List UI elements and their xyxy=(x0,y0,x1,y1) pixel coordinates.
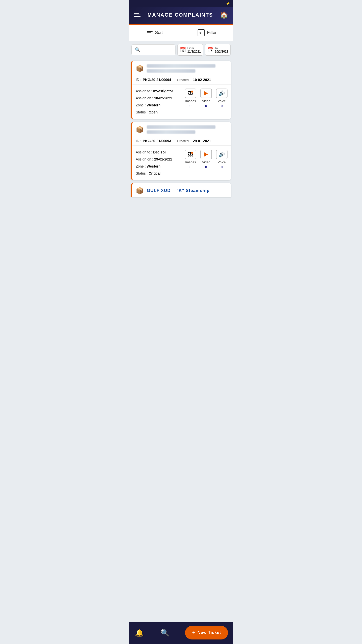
card-1-status: Status : Open xyxy=(136,109,173,116)
sort-icon xyxy=(147,31,153,34)
card-1-video-count: 0 xyxy=(205,104,207,108)
play-icon-2 xyxy=(204,152,208,156)
complaint-card-2[interactable]: 📦 ID : PKG/20-21/00093 | Created... 29-0… xyxy=(131,122,231,180)
card-2-video[interactable]: Video 0 xyxy=(200,150,212,169)
cards-scroll-area: 📦 ID : PKG/20-21/00094 | Created... 10-0… xyxy=(129,59,233,219)
card-1-video-label: Video xyxy=(202,99,210,103)
to-label: To xyxy=(215,46,228,50)
card-1-title-block xyxy=(147,64,228,74)
card-3-partial-header: 📦 GULF XUD "K" Steamship xyxy=(132,183,231,197)
card-1-video[interactable]: Video 0 xyxy=(200,89,212,108)
card-1-title-blur-1 xyxy=(147,64,215,68)
card-1-created-label: Created... xyxy=(177,78,191,82)
page-title: MANAGE COMPLAINTS xyxy=(148,12,213,18)
card-2-title-blur-2 xyxy=(147,130,195,134)
card-2-assign-to: Assign to : Decisor xyxy=(136,149,172,156)
card-2-images-label: Images xyxy=(185,160,196,164)
menu-button[interactable] xyxy=(134,13,141,17)
filter-label: Filter xyxy=(207,30,217,35)
search-box[interactable]: 🔍 xyxy=(131,44,175,55)
card-1-voice-count: 0 xyxy=(221,104,223,108)
home-button[interactable]: 🏠 xyxy=(220,11,228,19)
card-2-title-block xyxy=(147,125,228,135)
card-1-body: Assign to : Investigator Assign on : 10-… xyxy=(132,85,231,119)
image-icon-1: 🖼 xyxy=(188,91,193,96)
card-2-video-label: Video xyxy=(202,160,210,164)
card-3-partial-title: GULF XUD "K" Steamship xyxy=(147,188,210,193)
card-1-video-icon-box xyxy=(200,89,212,98)
card-2-voice-icon-box: 🔊 xyxy=(216,150,228,159)
card-2-image-icon-box: 🖼 xyxy=(185,150,196,159)
card-1-id: PKG/20-21/00094 xyxy=(143,78,171,82)
card-1-images-label: Images xyxy=(185,99,196,103)
package-icon-2: 📦 xyxy=(136,126,144,134)
status-bar: ⚡ xyxy=(129,0,233,7)
menu-line-3 xyxy=(134,16,141,17)
from-date-value: 11/1/2021 xyxy=(187,50,201,53)
to-date-value: 10/2/2021 xyxy=(215,50,228,53)
card-1-info: Assign to : Investigator Assign on : 10-… xyxy=(136,88,173,116)
voice-icon-2: 🔊 xyxy=(219,151,225,157)
card-2-zone: Zone : Western xyxy=(136,163,172,170)
menu-line-1 xyxy=(134,13,139,14)
menu-line-2 xyxy=(134,15,141,15)
search-icon: 🔍 xyxy=(135,47,140,53)
card-2-voice-count: 0 xyxy=(221,165,223,169)
search-input[interactable] xyxy=(142,48,172,52)
card-1-header: 📦 xyxy=(132,61,231,76)
card-1-images[interactable]: 🖼 Images 0 xyxy=(185,89,196,108)
card-2-video-icon-box xyxy=(200,150,212,159)
card-1-assign-to: Assign to : Investigator xyxy=(136,88,173,95)
card-2-voice-label: Voice xyxy=(218,160,226,164)
image-dot-2 xyxy=(191,152,193,154)
card-2-separator: | xyxy=(174,139,175,143)
sort-line-mid xyxy=(147,32,151,33)
card-2-info: Assign to : Decisor Assign on : 29-01-20… xyxy=(136,149,172,177)
battery-icon: ⚡ xyxy=(226,2,230,6)
card-2-id-prefix: ID : xyxy=(136,139,141,143)
card-2-voice[interactable]: 🔊 Voice 0 xyxy=(216,150,228,169)
package-icon-1: 📦 xyxy=(136,65,144,72)
card-1-voice-label: Voice xyxy=(218,99,226,103)
play-icon-1 xyxy=(204,91,208,95)
card-1-zone: Zone : Western xyxy=(136,102,173,109)
card-1-images-count: 0 xyxy=(190,104,192,108)
from-label: From xyxy=(187,46,201,50)
cards-container: 📦 ID : PKG/20-21/00094 | Created... 10-0… xyxy=(129,59,233,199)
card-2-id-row: ID : PKG/20-21/00093 | Created... 29-01-… xyxy=(132,137,231,146)
complaint-card-3-partial[interactable]: 📦 GULF XUD "K" Steamship xyxy=(131,183,231,197)
card-1-id-prefix: ID : xyxy=(136,78,141,82)
card-1-assign-on: Assign on : 10-02-2021 xyxy=(136,95,173,102)
card-2-created-label: Created... xyxy=(177,139,191,143)
card-1-title-blur-2 xyxy=(147,69,195,73)
card-1-voice-icon-box: 🔊 xyxy=(216,89,228,98)
card-1-created-date: 10-02-2021 xyxy=(193,78,211,82)
complaint-card-1[interactable]: 📦 ID : PKG/20-21/00094 | Created... 10-0… xyxy=(131,61,231,119)
package-icon-3: 📦 xyxy=(136,187,144,195)
card-2-images-count: 0 xyxy=(190,165,192,169)
sort-line-long xyxy=(147,31,153,32)
image-icon-2: 🖼 xyxy=(188,152,193,157)
sort-button[interactable]: Sort xyxy=(129,25,181,41)
sort-label: Sort xyxy=(155,30,163,35)
card-1-image-icon-box: 🖼 xyxy=(185,89,196,98)
card-2-assign-on: Assign on : 29-01-2021 xyxy=(136,156,172,163)
from-date-labels: From 11/1/2021 xyxy=(187,46,201,53)
sort-filter-bar: Sort 9+ Filter xyxy=(129,25,233,41)
sort-line-short xyxy=(147,34,150,34)
to-date-picker[interactable]: 📅 To 10/2/2021 xyxy=(205,44,231,56)
card-2-header: 📦 xyxy=(132,122,231,137)
filter-button[interactable]: 9+ Filter xyxy=(181,25,233,41)
search-date-row: 🔍 📅 From 11/1/2021 📅 To 10/2/2021 xyxy=(129,41,233,59)
card-1-media-icons: 🖼 Images 0 Video 0 xyxy=(185,89,228,108)
card-2-status: Status : Critical xyxy=(136,170,172,177)
card-2-media-icons: 🖼 Images 0 Video 0 xyxy=(185,150,228,169)
from-date-picker[interactable]: 📅 From 11/1/2021 xyxy=(177,44,203,56)
image-dot-1 xyxy=(191,91,193,93)
to-calendar-icon: 📅 xyxy=(207,47,214,53)
card-2-id: PKG/20-21/00093 xyxy=(143,139,171,143)
card-2-images[interactable]: 🖼 Images 0 xyxy=(185,150,196,169)
card-2-video-count: 0 xyxy=(205,165,207,169)
card-1-id-row: ID : PKG/20-21/00094 | Created... 10-02-… xyxy=(132,76,231,85)
card-1-voice[interactable]: 🔊 Voice 0 xyxy=(216,89,228,108)
